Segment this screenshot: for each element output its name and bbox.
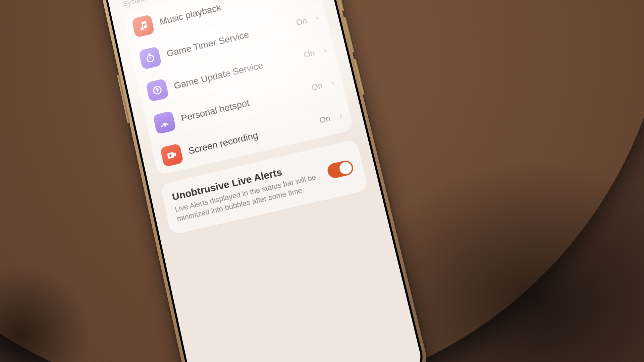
record-icon — [160, 143, 184, 167]
hotspot-icon — [153, 111, 176, 134]
music-icon — [131, 14, 155, 38]
list-item-status: On — [303, 48, 316, 60]
chevron-right-icon: › — [330, 78, 335, 88]
list-item-status: On — [311, 81, 323, 92]
svg-point-2 — [164, 124, 166, 126]
unobtrusive-alerts-toggle[interactable] — [326, 159, 355, 180]
chevron-right-icon: › — [315, 13, 319, 22]
update-icon — [146, 78, 169, 102]
timer-icon — [139, 46, 162, 70]
list-item-status: On — [319, 113, 331, 125]
svg-point-0 — [147, 54, 154, 62]
chevron-right-icon: › — [322, 46, 327, 55]
chevron-right-icon: › — [338, 111, 343, 120]
list-item-status: On — [295, 16, 308, 27]
